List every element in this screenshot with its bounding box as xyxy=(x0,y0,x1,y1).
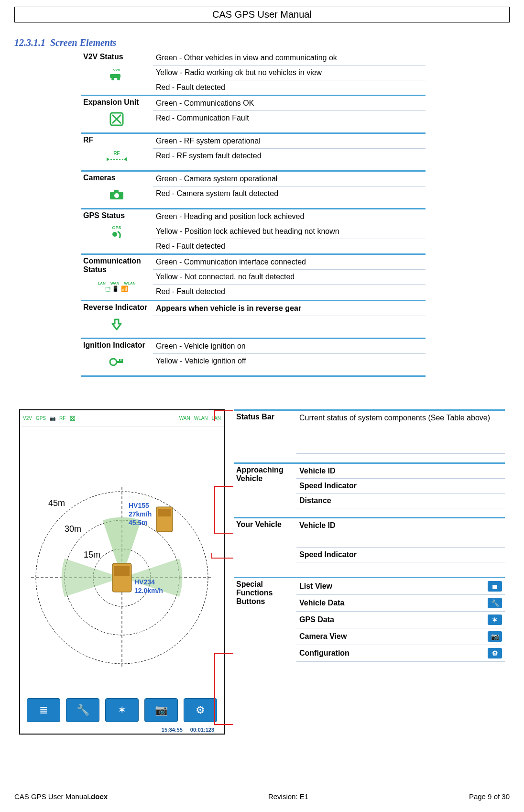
table-row: Expansion Unit Green - Communications OK… xyxy=(81,95,426,132)
element-line: Green - Other vehicles in view and commu… xyxy=(153,51,426,66)
clock-time: 15:34:55 xyxy=(162,727,183,733)
element-line: Red - Camera system fault detected xyxy=(153,187,426,201)
callout-title: Special Functions Buttons xyxy=(234,577,296,662)
svg-rect-18 xyxy=(121,359,123,361)
svg-point-2 xyxy=(111,77,114,80)
element-line: Yellow - Vehicle ignition off xyxy=(153,354,426,368)
lower-area: V2V GPS 📷 RF ⊠ WAN WLAN LAN 15m 30m 4 xyxy=(19,409,505,735)
element-line: Green - Communication interface connecte… xyxy=(153,255,426,270)
status-wlan-icon: WLAN xyxy=(194,416,208,421)
gear-icon: ⚙ xyxy=(488,648,502,658)
callout-your-vehicle: Your Vehicle Vehicle ID Speed Indicator xyxy=(234,517,505,562)
table-row: Reverse Indicator Appears when vehicle i… xyxy=(81,300,426,338)
gps-data-button[interactable]: ✶ xyxy=(105,698,139,722)
callout-item: GPS Data✶ xyxy=(296,612,505,628)
section-heading: 12.3.1.1 Screen Elements xyxy=(14,37,116,48)
callout-special-buttons: Special Functions Buttons List View≣ Veh… xyxy=(234,577,505,662)
svg-text:HV155: HV155 xyxy=(129,502,149,509)
time-row: 15:34:55 00:01:123 xyxy=(162,727,214,733)
rf-icon: RF xyxy=(83,147,150,166)
svg-point-11 xyxy=(114,193,119,198)
svg-rect-32 xyxy=(158,509,171,516)
svg-point-15 xyxy=(110,359,117,365)
svg-rect-10 xyxy=(114,190,119,193)
element-line: Yellow - Position lock achieved but head… xyxy=(153,224,426,239)
callout-item: Camera View📷 xyxy=(296,628,505,645)
element-name: RF xyxy=(83,136,150,144)
status-expansion-icon: ⊠ xyxy=(69,415,76,422)
section-title: Screen Elements xyxy=(50,37,116,48)
list-view-button[interactable]: ≣ xyxy=(27,698,60,722)
element-name: Communication Status xyxy=(83,257,150,274)
svg-text:GPS: GPS xyxy=(112,225,121,230)
element-line: Yellow - Radio working ok but no vehicle… xyxy=(153,66,426,80)
callout-item: Vehicle ID xyxy=(296,517,505,533)
element-line: Red - RF system fault detected xyxy=(153,149,426,163)
status-wan-icon: WAN xyxy=(179,416,190,421)
callout-title: Your Vehicle xyxy=(234,517,296,562)
callout-item: Speed Indicator xyxy=(296,479,505,494)
footer-revision: Revision: E1 xyxy=(268,792,308,801)
header-title: CAS GPS User Manual xyxy=(212,9,312,20)
wrench-icon: 🔧 xyxy=(488,598,502,608)
vehicle-data-button[interactable]: 🔧 xyxy=(66,698,99,722)
radar-display: 15m 30m 45m HV234 12.0km/h HV155 27km/h … xyxy=(31,487,213,669)
element-line: Green - Camera system operational xyxy=(153,172,426,187)
table-row: GPS Status GPS Green - Heading and posit… xyxy=(81,208,426,253)
svg-text:V2V: V2V xyxy=(113,68,120,72)
svg-point-13 xyxy=(112,232,117,237)
callout-item: Vehicle Data🔧 xyxy=(296,595,505,612)
callout-item: Distance xyxy=(296,494,505,508)
list-view-icon: ≣ xyxy=(488,581,502,592)
footer-filename: CAS GPS User Manual.docx xyxy=(14,792,108,801)
callout-text: Current status of system components (See… xyxy=(296,409,505,425)
svg-text:RF: RF xyxy=(113,151,120,156)
status-bar: V2V GPS 📷 RF ⊠ WAN WLAN LAN xyxy=(20,410,224,427)
svg-rect-28 xyxy=(114,566,130,576)
table-row: Communication Status LANWANWLAN⬚ 📱 📶 Gre… xyxy=(81,253,426,300)
svg-text:27km/h: 27km/h xyxy=(129,510,152,518)
callouts-column: Status Bar Current status of system comp… xyxy=(234,409,505,735)
element-line: Green - Communications OK xyxy=(153,96,426,111)
reverse-icon xyxy=(83,315,150,334)
camera-view-button[interactable]: 📷 xyxy=(144,698,178,722)
section-number: 12.3.1.1 xyxy=(14,37,45,48)
table-row: Cameras Green - Camera system operationa… xyxy=(81,170,426,208)
camera-icon xyxy=(83,185,150,204)
element-line: Red - Communication Fault xyxy=(153,111,426,125)
gps-icon: ✶ xyxy=(488,614,502,625)
svg-text:45m: 45m xyxy=(48,498,65,508)
element-line: Appears when vehicle is in reverse gear xyxy=(153,301,426,316)
element-name: V2V Status xyxy=(83,53,150,61)
elapsed-time: 00:01:123 xyxy=(190,727,214,733)
status-v2v-icon: V2V xyxy=(23,416,32,421)
svg-point-3 xyxy=(117,77,120,80)
page-header: CAS GPS User Manual xyxy=(14,7,510,22)
element-name: Reverse Indicator xyxy=(83,303,150,312)
element-line: Red - Fault detected xyxy=(153,285,426,299)
svg-rect-16 xyxy=(116,361,123,363)
status-gps-icon: GPS xyxy=(36,416,46,421)
footer-page: Page 9 of 30 xyxy=(469,792,510,801)
callout-approaching: Approaching Vehicle Vehicle ID Speed Ind… xyxy=(234,462,505,508)
gps-icon: GPS xyxy=(83,223,150,242)
status-camera-icon: 📷 xyxy=(50,416,55,421)
status-lan-icon: LAN xyxy=(212,416,221,421)
table-row: RF RF Green - RF system operational Red … xyxy=(81,132,426,170)
comm-icon: LANWANWLAN⬚ 📱 📶 xyxy=(83,277,150,296)
configuration-button[interactable]: ⚙ xyxy=(184,698,217,722)
svg-text:30m: 30m xyxy=(65,524,81,534)
element-line xyxy=(153,316,426,330)
ignition-icon xyxy=(83,352,150,372)
table-row: Ignition Indicator Green - Vehicle ignit… xyxy=(81,338,426,377)
svg-text:15m: 15m xyxy=(84,550,100,560)
svg-text:HV234: HV234 xyxy=(134,578,155,586)
callout-item: Speed Indicator xyxy=(296,548,505,562)
callout-status-bar: Status Bar Current status of system comp… xyxy=(234,409,505,454)
element-name: GPS Status xyxy=(83,211,150,220)
element-name: Cameras xyxy=(83,174,150,182)
element-line: Green - Vehicle ignition on xyxy=(153,339,426,354)
element-line: Green - RF system operational xyxy=(153,134,426,149)
special-buttons-row: ≣ 🔧 ✶ 📷 ⚙ xyxy=(27,698,217,722)
element-name: Ignition Indicator xyxy=(83,341,150,350)
